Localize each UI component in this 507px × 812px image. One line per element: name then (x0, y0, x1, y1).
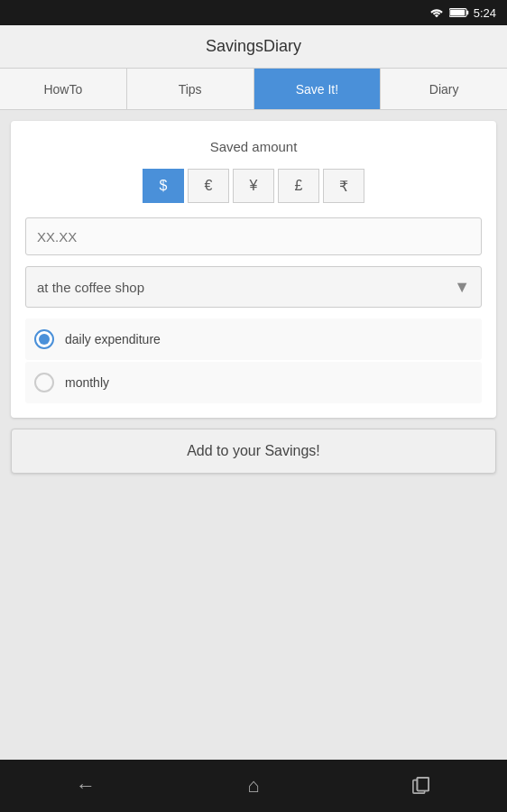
app-bar: SavingsDiary (0, 25, 507, 69)
svg-rect-1 (466, 11, 468, 14)
add-savings-button[interactable]: Add to your Savings! (11, 429, 496, 474)
tab-saveit[interactable]: Save It! (254, 69, 382, 109)
radio-monthly[interactable]: monthly (25, 362, 482, 403)
savings-card: Saved amount $ € ¥ £ ₹ at the coffee sho… (11, 121, 496, 418)
battery-icon (449, 7, 469, 18)
app-title: SavingsDiary (206, 37, 301, 56)
amount-input[interactable] (25, 217, 482, 255)
status-bar: 5:24 (0, 0, 507, 25)
svg-rect-4 (417, 778, 429, 791)
currency-btn-euro[interactable]: € (188, 169, 229, 203)
radio-daily-circle (34, 329, 54, 349)
tab-tips[interactable]: Tips (127, 69, 254, 109)
radio-monthly-label: monthly (65, 375, 109, 390)
spacer (11, 484, 496, 749)
back-icon[interactable]: ← (76, 774, 96, 798)
currency-btn-rupee[interactable]: ₹ (323, 169, 364, 203)
currency-btn-pound[interactable]: £ (278, 169, 319, 203)
tab-howto[interactable]: HowTo (0, 69, 127, 109)
home-icon[interactable]: ⌂ (247, 774, 259, 798)
dropdown-label: at the coffee shop (37, 280, 454, 295)
recent-apps-icon[interactable] (411, 777, 431, 795)
currency-row: $ € ¥ £ ₹ (25, 169, 482, 203)
card-title: Saved amount (25, 139, 482, 154)
currency-btn-yen[interactable]: ¥ (233, 169, 274, 203)
tab-bar: HowTo Tips Save It! Diary (0, 69, 507, 110)
nav-bar: ← ⌂ (0, 760, 507, 812)
currency-btn-dollar[interactable]: $ (143, 169, 184, 203)
radio-monthly-circle (34, 373, 54, 392)
status-time: 5:24 (474, 6, 496, 20)
svg-rect-2 (450, 10, 465, 16)
radio-daily[interactable]: daily expenditure (25, 318, 482, 360)
main-content: Saved amount $ € ¥ £ ₹ at the coffee sho… (0, 110, 507, 760)
wifi-icon (429, 6, 445, 19)
add-savings-label: Add to your Savings! (187, 443, 320, 459)
frequency-radio-group: daily expenditure monthly (25, 318, 482, 403)
status-icons: 5:24 (429, 6, 496, 20)
location-dropdown[interactable]: at the coffee shop ▼ (25, 266, 482, 308)
chevron-down-icon: ▼ (454, 278, 470, 297)
tab-diary[interactable]: Diary (381, 69, 507, 109)
radio-daily-label: daily expenditure (65, 332, 161, 346)
